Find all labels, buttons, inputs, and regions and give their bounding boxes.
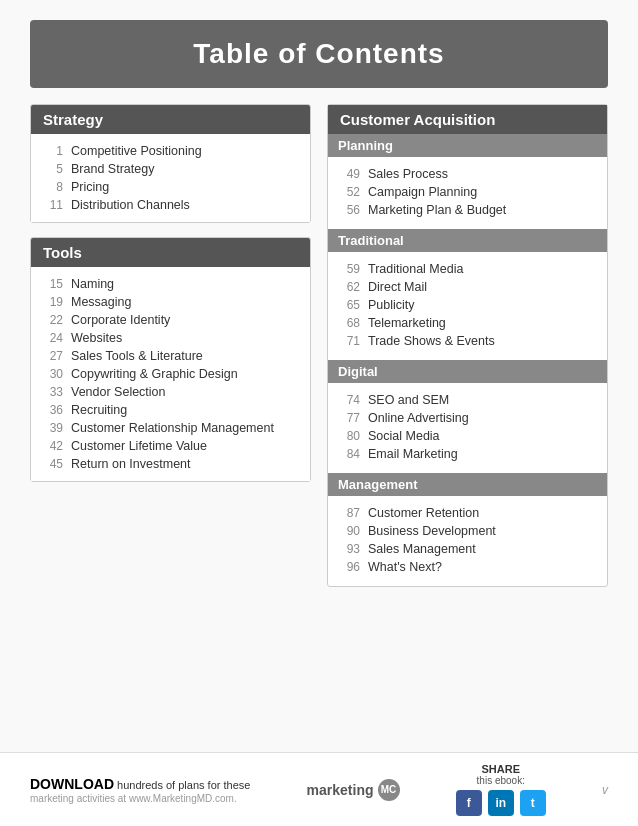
planning-items: 49Sales Process52Campaign Planning56Mark… bbox=[328, 157, 607, 227]
toc-item-label: Vendor Selection bbox=[71, 385, 166, 399]
toc-item-label: What's Next? bbox=[368, 560, 442, 574]
page-number: v bbox=[602, 783, 608, 797]
toc-item-label: Trade Shows & Events bbox=[368, 334, 495, 348]
strategy-header: Strategy bbox=[31, 105, 310, 134]
download-bold: DOWNLOAD bbox=[30, 776, 114, 792]
toc-page-num: 59 bbox=[338, 262, 360, 276]
list-item: 52Campaign Planning bbox=[338, 183, 597, 201]
toc-item-label: Sales Process bbox=[368, 167, 448, 181]
toc-item-label: Messaging bbox=[71, 295, 131, 309]
list-item: 87Customer Retention bbox=[338, 504, 597, 522]
list-item: 27Sales Tools & Literature bbox=[41, 347, 300, 365]
list-item: 59Traditional Media bbox=[338, 260, 597, 278]
toc-page-num: 96 bbox=[338, 560, 360, 574]
footer-share-area: SHARE this ebook: f in t bbox=[456, 763, 546, 816]
toc-page-num: 42 bbox=[41, 439, 63, 453]
list-item: 62Direct Mail bbox=[338, 278, 597, 296]
digital-items: 74SEO and SEM77Online Advertising80Socia… bbox=[328, 383, 607, 471]
right-column: Customer Acquisition Planning 49Sales Pr… bbox=[327, 104, 608, 587]
toc-item-label: Publicity bbox=[368, 298, 415, 312]
management-header: Management bbox=[328, 473, 607, 496]
list-item: 33Vendor Selection bbox=[41, 383, 300, 401]
toc-item-label: Corporate Identity bbox=[71, 313, 170, 327]
toc-page-num: 45 bbox=[41, 457, 63, 471]
list-item: 19Messaging bbox=[41, 293, 300, 311]
footer: DOWNLOAD hundreds of plans for these mar… bbox=[0, 752, 638, 826]
tools-items: 15Naming19Messaging22Corporate Identity2… bbox=[31, 267, 310, 481]
download-url: marketing activities at www.MarketingMD.… bbox=[30, 793, 237, 804]
management-group: Management 87Customer Retention90Busines… bbox=[328, 473, 607, 584]
logo-text: marketing bbox=[307, 782, 374, 798]
strategy-items: 1Competitive Positioning5Brand Strategy8… bbox=[31, 134, 310, 222]
toc-item-label: Online Advertising bbox=[368, 411, 469, 425]
header-banner: Table of Contents bbox=[30, 20, 608, 88]
toc-item-label: SEO and SEM bbox=[368, 393, 449, 407]
list-item: 11Distribution Channels bbox=[41, 196, 300, 214]
footer-logo: marketing MC bbox=[307, 779, 400, 801]
toc-item-label: Sales Tools & Literature bbox=[71, 349, 203, 363]
toc-page-num: 30 bbox=[41, 367, 63, 381]
toc-item-label: Pricing bbox=[71, 180, 109, 194]
twitter-icon[interactable]: t bbox=[520, 790, 546, 816]
toc-page-num: 93 bbox=[338, 542, 360, 556]
list-item: 36Recruiting bbox=[41, 401, 300, 419]
traditional-items: 59Traditional Media62Direct Mail65Public… bbox=[328, 252, 607, 358]
toc-item-label: Copywriting & Graphic Design bbox=[71, 367, 238, 381]
tools-section: Tools 15Naming19Messaging22Corporate Ide… bbox=[30, 237, 311, 482]
list-item: 1Competitive Positioning bbox=[41, 142, 300, 160]
toc-page-num: 77 bbox=[338, 411, 360, 425]
list-item: 22Corporate Identity bbox=[41, 311, 300, 329]
list-item: 71Trade Shows & Events bbox=[338, 332, 597, 350]
toc-page-num: 22 bbox=[41, 313, 63, 327]
toc-item-label: Brand Strategy bbox=[71, 162, 154, 176]
page: Table of Contents Strategy 1Competitive … bbox=[0, 0, 638, 826]
list-item: 5Brand Strategy bbox=[41, 160, 300, 178]
planning-header: Planning bbox=[328, 134, 607, 157]
toc-item-label: Marketing Plan & Budget bbox=[368, 203, 506, 217]
toc-page-num: 80 bbox=[338, 429, 360, 443]
toc-item-label: Websites bbox=[71, 331, 122, 345]
customer-acquisition-header: Customer Acquisition bbox=[328, 105, 607, 134]
toc-item-label: Naming bbox=[71, 277, 114, 291]
toc-item-label: Customer Relationship Management bbox=[71, 421, 274, 435]
toc-page-num: 5 bbox=[41, 162, 63, 176]
toc-page-num: 11 bbox=[41, 198, 63, 212]
list-item: 80Social Media bbox=[338, 427, 597, 445]
logo-circle: MC bbox=[378, 779, 400, 801]
toc-page-num: 56 bbox=[338, 203, 360, 217]
planning-group: Planning 49Sales Process52Campaign Plann… bbox=[328, 134, 607, 227]
toc-page-num: 74 bbox=[338, 393, 360, 407]
spacer bbox=[0, 587, 638, 752]
toc-item-label: Social Media bbox=[368, 429, 440, 443]
digital-header: Digital bbox=[328, 360, 607, 383]
download-text: DOWNLOAD hundreds of plans for these mar… bbox=[30, 776, 250, 804]
toc-item-label: Traditional Media bbox=[368, 262, 463, 276]
share-sub: this ebook: bbox=[477, 775, 525, 786]
list-item: 96What's Next? bbox=[338, 558, 597, 576]
toc-item-label: Customer Lifetime Value bbox=[71, 439, 207, 453]
toc-item-label: Direct Mail bbox=[368, 280, 427, 294]
toc-page-num: 52 bbox=[338, 185, 360, 199]
list-item: 93Sales Management bbox=[338, 540, 597, 558]
toc-page-num: 68 bbox=[338, 316, 360, 330]
toc-item-label: Sales Management bbox=[368, 542, 476, 556]
toc-page-num: 19 bbox=[41, 295, 63, 309]
traditional-header: Traditional bbox=[328, 229, 607, 252]
tools-header: Tools bbox=[31, 238, 310, 267]
list-item: 49Sales Process bbox=[338, 165, 597, 183]
toc-page-num: 49 bbox=[338, 167, 360, 181]
toc-item-label: Business Development bbox=[368, 524, 496, 538]
customer-acquisition-section: Customer Acquisition Planning 49Sales Pr… bbox=[327, 104, 608, 587]
social-icons: f in t bbox=[456, 790, 546, 816]
toc-page-num: 84 bbox=[338, 447, 360, 461]
list-item: 68Telemarketing bbox=[338, 314, 597, 332]
list-item: 24Websites bbox=[41, 329, 300, 347]
share-label: SHARE bbox=[482, 763, 521, 775]
toc-page-num: 8 bbox=[41, 180, 63, 194]
toc-page-num: 71 bbox=[338, 334, 360, 348]
facebook-icon[interactable]: f bbox=[456, 790, 482, 816]
linkedin-icon[interactable]: in bbox=[488, 790, 514, 816]
content-area: Strategy 1Competitive Positioning5Brand … bbox=[0, 104, 638, 587]
page-title: Table of Contents bbox=[70, 38, 568, 70]
list-item: 77Online Advertising bbox=[338, 409, 597, 427]
